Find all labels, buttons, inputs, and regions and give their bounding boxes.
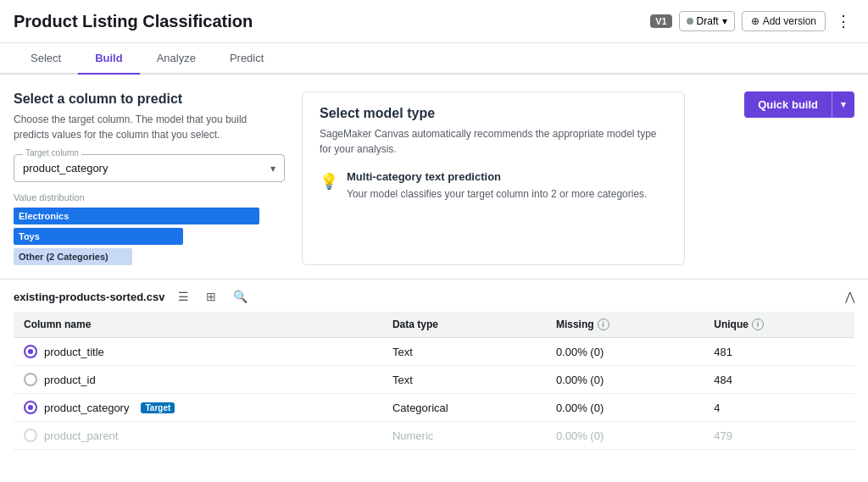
- td-missing: 0.00% (0): [546, 338, 704, 366]
- th-missing: Missing i: [546, 312, 704, 338]
- search-button[interactable]: 🔍: [230, 288, 251, 305]
- chevron-down-icon: ▾: [270, 163, 275, 175]
- lightbulb-icon: 💡: [320, 172, 338, 191]
- th-column-name: Column name: [14, 312, 382, 338]
- model-type-panel: Select model type SageMaker Canvas autom…: [302, 91, 685, 265]
- table-row: product_parent Numeric 0.00% (0) 479: [14, 422, 854, 450]
- dataset-name: existing-products-sorted.csv: [14, 291, 164, 303]
- dist-bar-toys: Toys: [14, 228, 183, 245]
- distribution-bars: Electronics Toys Other (2 Categories): [14, 208, 285, 265]
- model-option-title: Multi-category text prediction: [347, 170, 647, 183]
- draft-button[interactable]: Draft ▾: [679, 11, 735, 31]
- header: Product Listing Classification V1 Draft …: [0, 0, 868, 43]
- th-data-type: Data type: [382, 312, 546, 338]
- td-unique: 4: [704, 394, 854, 422]
- model-option: 💡 Multi-category text prediction Your mo…: [320, 170, 667, 202]
- page-title: Product Listing Classification: [14, 12, 253, 31]
- version-badge: V1: [650, 14, 671, 28]
- radio-icon: [24, 429, 37, 442]
- target-column-label: Target column: [23, 148, 81, 158]
- left-panel-title: Select a column to predict: [14, 91, 285, 107]
- dist-bar-electronics: Electronics: [14, 208, 259, 224]
- tab-predict[interactable]: Predict: [213, 43, 281, 75]
- td-col-name: product_title: [14, 338, 382, 366]
- more-options-button[interactable]: ⋮: [832, 8, 854, 34]
- dataset-header-left: existing-products-sorted.csv ☰ ⊞ 🔍: [14, 288, 251, 305]
- column-table: Column name Data type Missing i Unique i: [14, 312, 854, 450]
- right-panel: Quick build ▾: [702, 91, 854, 265]
- tab-build[interactable]: Build: [78, 43, 140, 75]
- td-missing: 0.00% (0): [546, 366, 704, 394]
- list-view-button[interactable]: ☰: [175, 288, 192, 305]
- main-content: Select a column to predict Choose the ta…: [0, 75, 868, 474]
- td-col-name: product_parent: [14, 422, 382, 450]
- tab-analyze[interactable]: Analyze: [140, 43, 213, 75]
- td-data-type: Text: [382, 338, 546, 366]
- data-table: Column name Data type Missing i Unique i: [14, 312, 854, 450]
- missing-info-icon[interactable]: i: [598, 319, 609, 330]
- table-row[interactable]: product_id Text 0.00% (0) 484: [14, 366, 854, 394]
- unique-info-icon[interactable]: i: [752, 319, 764, 330]
- quick-build-button[interactable]: Quick build ▾: [744, 91, 854, 118]
- left-panel-desc: Choose the target column. The model that…: [14, 112, 285, 142]
- td-unique: 481: [704, 338, 854, 366]
- header-actions: V1 Draft ▾ ⊕ Add version ⋮: [650, 8, 854, 34]
- col-name-value: product_category: [44, 402, 129, 414]
- add-version-label: Add version: [763, 15, 816, 27]
- td-data-type: Text: [382, 366, 546, 394]
- value-distribution-label: Value distribution: [14, 192, 285, 202]
- model-info: Multi-category text prediction Your mode…: [347, 170, 647, 202]
- dataset-header: existing-products-sorted.csv ☰ ⊞ 🔍 ⋀: [14, 288, 854, 305]
- quick-build-label: Quick build: [744, 91, 832, 118]
- col-name-value: product_title: [44, 346, 104, 358]
- plus-circle-icon: ⊕: [751, 15, 760, 27]
- td-col-name: product_id: [14, 366, 382, 394]
- target-radio-icon: [24, 401, 37, 414]
- model-type-desc: SageMaker Canvas automatically recommend…: [320, 126, 667, 157]
- grid-view-button[interactable]: ⊞: [203, 288, 220, 305]
- tab-bar: Select Build Analyze Predict: [0, 43, 868, 75]
- th-unique: Unique i: [704, 312, 854, 338]
- td-unique: 484: [704, 366, 854, 394]
- col-name-value: product_parent: [44, 429, 118, 442]
- radio-icon: [24, 373, 37, 386]
- select-inner[interactable]: product_category ▾: [14, 155, 284, 181]
- model-type-title: Select model type: [320, 106, 667, 121]
- table-row[interactable]: product_title Text 0.00% (0) 481: [14, 338, 854, 366]
- add-version-button[interactable]: ⊕ Add version: [742, 11, 826, 31]
- selected-radio-icon: [24, 345, 37, 358]
- select-value: product_category: [23, 162, 108, 175]
- table-row[interactable]: product_category Target Categorical 0.00…: [14, 394, 854, 422]
- chevron-down-icon: ▾: [722, 15, 727, 27]
- tab-select[interactable]: Select: [14, 43, 78, 75]
- td-col-name: product_category Target: [14, 394, 382, 422]
- td-data-type: Numeric: [382, 422, 546, 450]
- target-badge: Target: [141, 402, 175, 413]
- draft-label: Draft: [697, 15, 719, 27]
- dist-bar-other: Other (2 Categories): [14, 248, 132, 265]
- dataset-section: existing-products-sorted.csv ☰ ⊞ 🔍 ⋀ Col…: [0, 279, 868, 450]
- td-data-type: Categorical: [382, 394, 546, 422]
- left-panel: Select a column to predict Choose the ta…: [14, 91, 302, 265]
- model-option-desc: Your model classifies your target column…: [347, 186, 647, 202]
- td-missing: 0.00% (0): [546, 422, 704, 450]
- chevron-down-icon[interactable]: ▾: [832, 92, 854, 117]
- collapse-button[interactable]: ⋀: [845, 290, 854, 303]
- table-header-row: Column name Data type Missing i Unique i: [14, 312, 854, 338]
- top-section: Select a column to predict Choose the ta…: [0, 75, 868, 279]
- td-unique: 479: [704, 422, 854, 450]
- target-column-select[interactable]: Target column product_category ▾: [14, 154, 285, 182]
- col-name-value: product_id: [44, 374, 96, 386]
- td-missing: 0.00% (0): [546, 394, 704, 422]
- draft-dot: [687, 18, 693, 25]
